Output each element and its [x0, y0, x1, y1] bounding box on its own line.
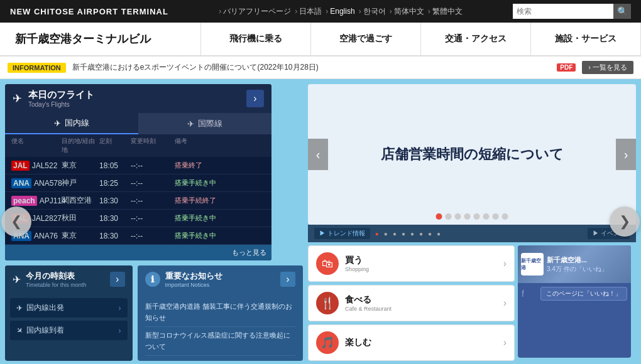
info-badge: INFORMATION	[8, 63, 66, 73]
sns-logo: 新千歳空港	[521, 253, 544, 276]
timetable-header: ✈ 今月の時刻表 Timetable for this month ›	[5, 265, 133, 293]
service-cards: 🛍 買う Shopping › 🍴 食べる Cafe & Restaurant …	[308, 245, 515, 361]
hero-dot[interactable]	[483, 213, 490, 220]
main-nav-items: 飛行機に乗る 空港で過ごす 交通・アクセス 施設・サービス	[201, 23, 641, 55]
timetable-title-jp: 今月の時刻表	[26, 270, 86, 282]
entertainment-label-jp: 楽しむ	[345, 337, 371, 348]
lang-english[interactable]: English	[326, 7, 354, 16]
notice-items: 新千歳空港内道路 舗装工事に伴う交通規制のお知らせ 新型コロナウイルス感染症に関…	[138, 293, 303, 361]
dot-6[interactable]: ●	[419, 230, 423, 237]
nav-item-access[interactable]: 交通・アクセス	[421, 23, 531, 55]
tab-international[interactable]: ✈ 国際線	[138, 113, 271, 134]
list-item[interactable]: 新千歳空港内道路 舗装工事に伴う交通規制のお知らせ	[145, 298, 295, 327]
table-row: JAL JAL522 東京 18:05 --:-- 搭乗終了	[5, 157, 271, 174]
shopping-card[interactable]: 🛍 買う Shopping ›	[308, 245, 515, 282]
info-bar: INFORMATION 新千歳空港におけるeスポーツイベントの開催について(20…	[0, 56, 641, 79]
notice-box: ℹ 重要なお知らせ Important Notices › 新千歳空港内道路 舗…	[138, 265, 303, 361]
nav-item-facilities[interactable]: 施設・サービス	[531, 23, 641, 55]
restaurant-label-en: Cafe & Restaurant	[345, 306, 392, 312]
nav-item-airport[interactable]: 空港で過ごす	[311, 23, 421, 55]
dot-2[interactable]: ●	[384, 230, 388, 237]
restaurant-arrow-icon: ›	[503, 297, 507, 309]
dot-5[interactable]: ●	[410, 230, 414, 237]
hero-next-button[interactable]: ›	[616, 139, 636, 170]
flight-plane-icon: ✈	[13, 92, 22, 105]
list-item[interactable]: 新型コロナウイルス感染症に関する注意喚起について	[145, 327, 295, 356]
entertainment-icon: 🎵	[316, 331, 339, 354]
dot-1[interactable]: ●	[375, 230, 379, 237]
dot-7[interactable]: ●	[428, 230, 432, 237]
timetable-icon: ✈	[13, 274, 21, 286]
hero-dot[interactable]	[455, 213, 461, 220]
main-content: ❮ ❯ ✈ 本日のフライト Today's Flights › ✈ 国内線 ✈	[0, 79, 641, 364]
domestic-arrival-button[interactable]: ✈ 国内線到着 ›	[10, 321, 128, 340]
hero-dot[interactable]	[493, 213, 499, 220]
lang-chinese-simplified[interactable]: 简体中文	[390, 6, 424, 17]
shopping-label-en: Shopping	[345, 266, 369, 272]
nav-item-flight[interactable]: 飛行機に乗る	[201, 23, 311, 55]
arrival-small-icon: ✈	[14, 325, 25, 336]
sns-box: 新千歳空港 新千歳空港... 3.4万 件の「いいね」 f このページに「いいね…	[518, 245, 631, 358]
sns-like-section: f このページに「いいね！」	[518, 283, 631, 304]
hero-dot[interactable]	[446, 213, 452, 220]
dot-8[interactable]: ●	[437, 230, 441, 237]
info-text: 新千歳空港におけるeスポーツイベントの開催について(2022年10月28日)	[72, 62, 551, 73]
entertainment-arrow-icon: ›	[503, 337, 507, 348]
flight-board: ✈ 本日のフライト Today's Flights › ✈ 国内線 ✈ 国際線	[5, 84, 271, 260]
table-row: ANA ANA76 東京 18:30 --:-- 搭乗手続き中	[5, 227, 271, 245]
right-panel: ‹ 店舗営業時間の短縮について › ▶ トレンド情報 ● ● ● ● ●	[308, 79, 641, 364]
bottom-left-section: ✈ 今月の時刻表 Timetable for this month › ✈ 国内…	[5, 265, 303, 361]
notice-info-icon: ℹ	[145, 272, 160, 287]
nav-next-arrow[interactable]: ❯	[610, 206, 640, 237]
domestic-departure-button[interactable]: ✈ 国内線出発 ›	[10, 298, 128, 318]
table-row: JAL JAL2827 秋田 18:30 --:-- 搭乗手続き中	[5, 210, 271, 227]
flight-more-button[interactable]: もっと見る	[5, 245, 271, 260]
lang-korean[interactable]: 한국어	[359, 6, 386, 17]
btn-arrow-icon: ›	[119, 326, 121, 335]
timetable-arrow[interactable]: ›	[110, 272, 125, 287]
timetable-buttons: ✈ 国内線出発 › ✈ 国内線到着 ›	[5, 293, 133, 345]
site-title: NEW CHITOSE AIRPORT TERMINAL	[10, 7, 168, 16]
info-more-button[interactable]: › 一覧を見る	[582, 61, 633, 74]
search-input[interactable]	[513, 4, 613, 19]
hero-dot[interactable]	[474, 213, 480, 220]
restaurant-card[interactable]: 🍴 食べる Cafe & Restaurant ›	[308, 285, 515, 321]
table-row: peach APJ114 関西空港 18:30 --:-- 搭乗手続終了	[5, 192, 271, 210]
trend-badge[interactable]: ▶ トレンド情報	[314, 228, 370, 239]
dot-3[interactable]: ●	[393, 230, 397, 237]
trend-bar: ▶ トレンド情報 ● ● ● ● ● ● ● ● ▶ イベン...	[308, 225, 636, 242]
hero-dots	[436, 213, 508, 220]
bottom-right-section: 🛍 買う Shopping › 🍴 食べる Cafe & Restaurant …	[308, 245, 636, 361]
timetable-title-en: Timetable for this month	[26, 282, 86, 288]
search-button[interactable]: 🔍	[613, 4, 631, 19]
lang-barrier-free[interactable]: バリアフリーページ	[219, 6, 291, 17]
hero-banner: ‹ 店舗営業時間の短縮について ›	[308, 84, 636, 225]
dot-4[interactable]: ●	[402, 230, 405, 237]
flight-header-arrow[interactable]: ›	[246, 90, 264, 107]
search-box: 🔍	[513, 4, 631, 19]
domestic-plane-icon: ✈	[54, 119, 61, 128]
lang-chinese-traditional[interactable]: 繁體中文	[428, 6, 463, 17]
flight-rows: JAL JAL522 東京 18:05 --:-- 搭乗終了 ANA ANA57…	[5, 157, 271, 245]
departure-small-icon: ✈	[16, 304, 23, 313]
tab-domestic[interactable]: ✈ 国内線	[5, 113, 138, 134]
entertainment-card[interactable]: 🎵 楽しむ ›	[308, 324, 515, 361]
lang-japanese[interactable]: 日本語	[295, 6, 322, 17]
btn-arrow-icon: ›	[119, 304, 121, 313]
notice-arrow[interactable]: ›	[280, 272, 295, 287]
hero-dot[interactable]	[464, 213, 471, 220]
international-plane-icon: ✈	[187, 119, 194, 129]
hero-dot[interactable]	[502, 213, 508, 220]
sns-like-button[interactable]: このページに「いいね！」	[540, 287, 627, 301]
hero-dot[interactable]	[436, 213, 442, 220]
sns-image: 新千歳空港 新千歳空港... 3.4万 件の「いいね」	[518, 245, 631, 283]
jal-badge: JAL	[11, 161, 30, 171]
site-logo[interactable]: 新千歳空港ターミナルビル	[0, 23, 201, 55]
hero-prev-button[interactable]: ‹	[308, 139, 328, 170]
timetable-box: ✈ 今月の時刻表 Timetable for this month › ✈ 国内…	[5, 265, 133, 361]
language-links: バリアフリーページ 日本語 English 한국어 简体中文 繁體中文	[219, 6, 462, 17]
pdf-badge: PDF	[557, 63, 576, 72]
hero-text: 店舗営業時間の短縮について	[368, 132, 576, 176]
nav-prev-arrow[interactable]: ❮	[1, 206, 31, 237]
flight-table-header: 便名 目的地/経由地 定刻 変更時刻 備考	[5, 134, 271, 157]
